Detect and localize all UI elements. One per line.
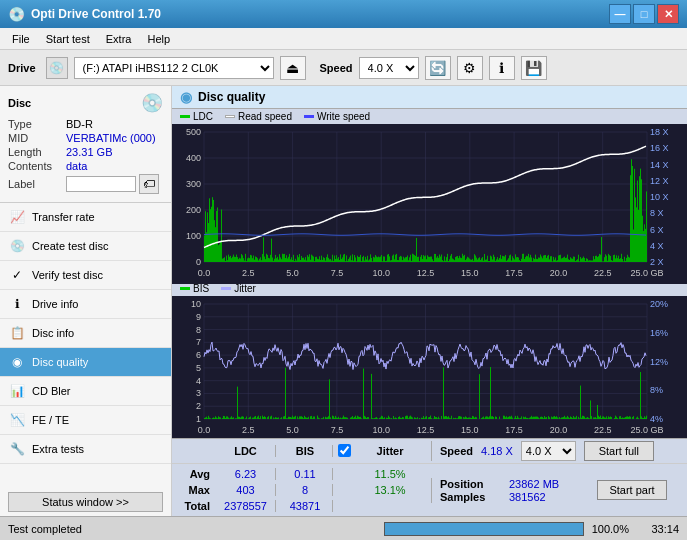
transfer-rate-icon: 📈 <box>8 208 26 226</box>
disc-quality-header-icon: ◉ <box>180 89 192 105</box>
sidebar: Disc 💿 Type BD-R MID VERBATIMc (000) Len… <box>0 86 172 516</box>
cd-bler-icon: 📊 <box>8 382 26 400</box>
eject-button[interactable]: ⏏ <box>280 56 306 80</box>
ldc-legend-label: LDC <box>193 111 213 122</box>
nav-item-create-test-disc[interactable]: 💿 Create test disc <box>0 232 171 261</box>
refresh-button[interactable]: 🔄 <box>425 56 451 80</box>
position-value: 23862 MB <box>509 478 589 490</box>
save-button[interactable]: 💾 <box>521 56 547 80</box>
nav-item-verify-test-disc[interactable]: ✓ Verify test disc <box>0 261 171 290</box>
chart2-container <box>172 296 687 438</box>
info-button[interactable]: ℹ <box>489 56 515 80</box>
status-window-button[interactable]: Status window >> <box>8 492 163 512</box>
nav-item-drive-info[interactable]: ℹ Drive info <box>0 290 171 319</box>
stats-jitter-check[interactable] <box>335 444 353 459</box>
progress-percent: 100.0% <box>592 523 629 535</box>
stats-values-row: Avg 6.23 0.11 11.5% Max 403 8 13.1% Tota… <box>172 463 687 516</box>
stats-jitter-header: Jitter <box>355 445 425 457</box>
max-bis: 8 <box>278 484 333 496</box>
speed-stat-select[interactable]: 4.0 X <box>521 441 576 461</box>
start-part-button[interactable]: Start part <box>597 480 667 500</box>
max-label: Max <box>176 484 214 496</box>
mid-label: MID <box>8 132 66 144</box>
nav-item-transfer-rate[interactable]: 📈 Transfer rate <box>0 203 171 232</box>
nav-item-fe-te[interactable]: 📉 FE / TE <box>0 406 171 435</box>
stats-bis-header: BIS <box>278 445 333 457</box>
drive-info-icon: ℹ <box>8 295 26 313</box>
nav-item-extra-tests[interactable]: 🔧 Extra tests <box>0 435 171 464</box>
app-icon: 💿 <box>8 6 25 22</box>
progress-bar-container <box>384 522 584 536</box>
avg-ldc: 6.23 <box>216 468 276 480</box>
nav-items: 📈 Transfer rate 💿 Create test disc ✓ Ver… <box>0 203 171 488</box>
chart1-legend: LDC Read speed Write speed <box>172 109 687 124</box>
disc-quality-nav-icon: ◉ <box>8 353 26 371</box>
app-title: Opti Drive Control 1.70 <box>31 7 161 21</box>
disc-quality-title: Disc quality <box>198 90 265 104</box>
length-value: 23.31 GB <box>66 146 163 158</box>
chart1-canvas <box>172 124 687 284</box>
write-speed-legend-label: Write speed <box>317 111 370 122</box>
nav-item-disc-quality[interactable]: ◉ Disc quality <box>0 348 171 377</box>
disc-label-icon[interactable]: 🏷 <box>139 174 159 194</box>
create-test-disc-label: Create test disc <box>32 240 108 252</box>
jitter-legend-label: Jitter <box>234 283 256 294</box>
avg-jitter: 11.5% <box>355 468 425 480</box>
status-time: 33:14 <box>629 523 679 535</box>
bis-legend-label: BIS <box>193 283 209 294</box>
extra-tests-label: Extra tests <box>32 443 84 455</box>
minimize-button[interactable]: — <box>609 4 631 24</box>
disc-info-nav-label: Disc info <box>32 327 74 339</box>
chart1-container <box>172 124 687 281</box>
contents-label: Contents <box>8 160 66 172</box>
chart2-canvas <box>172 296 687 438</box>
verify-test-disc-icon: ✓ <box>8 266 26 284</box>
verify-test-disc-label: Verify test disc <box>32 269 103 281</box>
disc-quality-header: ◉ Disc quality <box>172 86 687 109</box>
type-value: BD-R <box>66 118 163 130</box>
speed-label: Speed <box>320 62 353 74</box>
nav-item-disc-info[interactable]: 📋 Disc info <box>0 319 171 348</box>
contents-value: data <box>66 160 163 172</box>
fe-te-label: FE / TE <box>32 414 69 426</box>
disc-label-input[interactable] <box>66 176 136 192</box>
disc-panel-title: Disc <box>8 97 31 109</box>
cd-bler-label: CD Bler <box>32 385 71 397</box>
disc-label-label: Label <box>8 178 66 190</box>
extra-tests-icon: 🔧 <box>8 440 26 458</box>
fe-te-icon: 📉 <box>8 411 26 429</box>
close-button[interactable]: ✕ <box>657 4 679 24</box>
samples-value: 381562 <box>509 491 589 503</box>
disc-info-nav-icon: 📋 <box>8 324 26 342</box>
menu-bar: File Start test Extra Help <box>0 28 687 50</box>
total-label: Total <box>176 500 214 512</box>
drive-label: Drive <box>8 62 36 74</box>
menu-help[interactable]: Help <box>139 31 178 47</box>
disc-quality-nav-label: Disc quality <box>32 356 88 368</box>
transfer-rate-label: Transfer rate <box>32 211 95 223</box>
menu-extra[interactable]: Extra <box>98 31 140 47</box>
menu-start-test[interactable]: Start test <box>38 31 98 47</box>
type-label: Type <box>8 118 66 130</box>
total-bis: 43871 <box>278 500 333 512</box>
nav-item-cd-bler[interactable]: 📊 CD Bler <box>0 377 171 406</box>
speed-select-toolbar[interactable]: 4.0 X 1.0 X 2.0 X 6.0 X 8.0 X <box>359 57 419 79</box>
status-text: Test completed <box>8 523 376 535</box>
length-label: Length <box>8 146 66 158</box>
progress-bar-fill <box>385 523 583 535</box>
avg-label: Avg <box>176 468 214 480</box>
toolbar: Drive 💿 (F:) ATAPI iHBS112 2 CL0K ⏏ Spee… <box>0 50 687 86</box>
stats-row: LDC BIS Jitter Speed 4.18 X 4.0 X Start … <box>172 438 687 463</box>
settings-button[interactable]: ⚙ <box>457 56 483 80</box>
drive-info-label: Drive info <box>32 298 78 310</box>
content-area: ◉ Disc quality LDC Read speed Write spee… <box>172 86 687 516</box>
start-full-button[interactable]: Start full <box>584 441 654 461</box>
maximize-button[interactable]: □ <box>633 4 655 24</box>
disc-info-icon: 💿 <box>141 92 163 114</box>
mid-value: VERBATIMc (000) <box>66 132 163 144</box>
menu-file[interactable]: File <box>4 31 38 47</box>
drive-select[interactable]: (F:) ATAPI iHBS112 2 CL0K <box>74 57 274 79</box>
title-bar: 💿 Opti Drive Control 1.70 — □ ✕ <box>0 0 687 28</box>
position-label: Position <box>440 478 505 490</box>
max-jitter: 13.1% <box>355 484 425 496</box>
